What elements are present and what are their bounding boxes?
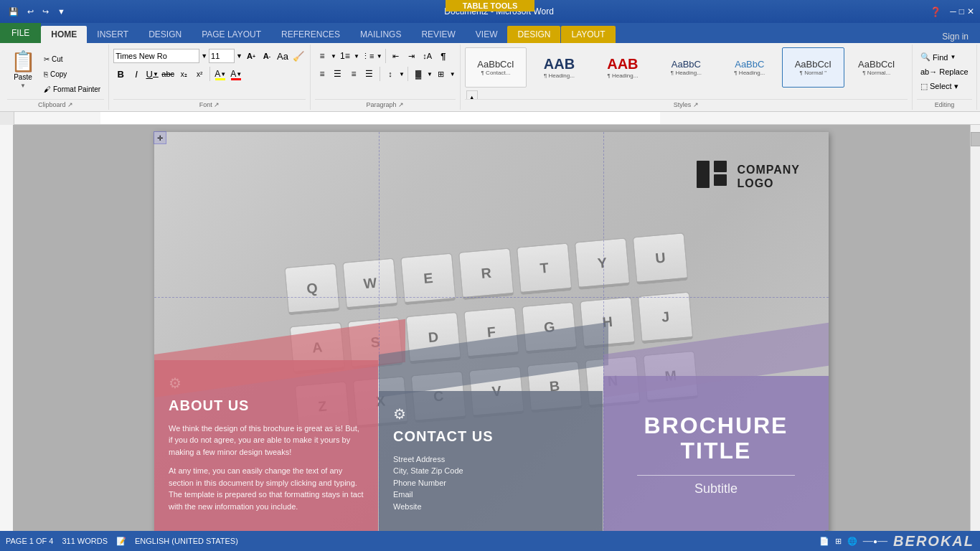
spell-check-icon[interactable]: 📝: [116, 537, 126, 546]
shading-btn[interactable]: ▓: [411, 67, 425, 81]
restore-btn[interactable]: □: [959, 6, 964, 17]
tab-home[interactable]: HOME: [41, 26, 87, 43]
numbering-btn[interactable]: 1≡: [338, 49, 352, 63]
line-spacing-btn[interactable]: ↕: [383, 67, 397, 81]
increase-font-btn[interactable]: A+: [244, 49, 258, 63]
tab-view[interactable]: VIEW: [466, 26, 508, 43]
superscript-btn[interactable]: x²: [192, 67, 207, 81]
underline-btn[interactable]: U▼: [145, 67, 159, 81]
multilevel-btn[interactable]: ⋮≡: [361, 49, 375, 63]
tab-review[interactable]: REVIEW: [411, 26, 465, 43]
numbering-dropdown[interactable]: ▼: [354, 53, 359, 60]
styles-scroll-up[interactable]: ▲: [466, 90, 478, 99]
tab-design[interactable]: DESIGN: [138, 26, 192, 43]
find-button[interactable]: 🔍 Find ▼: [917, 50, 972, 64]
font-name-input[interactable]: [113, 49, 199, 63]
align-justify-btn[interactable]: ☰: [362, 67, 377, 81]
multilevel-dropdown[interactable]: ▼: [377, 53, 382, 60]
font-expand[interactable]: ↗: [214, 101, 220, 108]
clipboard-label: Clipboard ↗: [7, 99, 104, 108]
borders-btn[interactable]: ⊞: [434, 67, 448, 81]
redo-icon[interactable]: ↪: [39, 6, 52, 18]
tab-insert[interactable]: INSERT: [87, 26, 138, 43]
subscript-btn[interactable]: x₂: [176, 67, 191, 81]
tab-table-design[interactable]: DESIGN: [507, 26, 560, 43]
table-resize-handle[interactable]: [825, 530, 829, 531]
borders-dropdown[interactable]: ▼: [450, 71, 456, 77]
select-button[interactable]: ⬚ Select ▾: [917, 80, 972, 93]
paragraph-expand[interactable]: ↗: [398, 101, 404, 108]
quick-access-dropdown[interactable]: ▼: [55, 6, 68, 17]
style-contact[interactable]: AaBbCcI ¶ Contact...: [465, 47, 527, 88]
bullets-dropdown[interactable]: ▼: [331, 53, 336, 60]
quick-access-toolbar[interactable]: 💾 ↩ ↪ ▼: [6, 6, 68, 18]
save-icon[interactable]: 💾: [6, 6, 22, 18]
replace-icon: ab→: [920, 67, 937, 76]
tab-mailings[interactable]: MAILINGS: [350, 26, 411, 43]
vertical-scrollbar[interactable]: [970, 125, 980, 531]
style-normal2[interactable]: AaBbCcI ¶ Normal...: [846, 47, 908, 88]
font-size-dropdown[interactable]: ▼: [236, 52, 242, 60]
document-scroll[interactable]: ✛ Q W E R T Y U: [13, 125, 970, 531]
sign-in-button[interactable]: Sign in: [936, 30, 974, 43]
view-fullscreen-icon[interactable]: ⊞: [835, 537, 842, 546]
tab-page-layout[interactable]: PAGE LAYOUT: [192, 26, 271, 43]
clipboard-expand[interactable]: ↗: [67, 101, 73, 108]
style-heading3[interactable]: AaBbC ¶ Heading...: [655, 47, 717, 88]
styles-expand-btn[interactable]: ↗: [693, 101, 699, 108]
ruler-corner[interactable]: [0, 112, 14, 125]
paste-label: Paste: [14, 73, 32, 81]
align-right-btn[interactable]: ≡: [347, 67, 361, 81]
format-painter-label: Format Painter: [53, 85, 100, 93]
style-heading1[interactable]: AAB ¶ Heading...: [528, 47, 590, 88]
scrollbar-thumb[interactable]: [971, 132, 980, 146]
font-name-dropdown[interactable]: ▼: [201, 52, 207, 60]
table-move-handle[interactable]: ✛: [154, 131, 166, 144]
brochure-title-panel[interactable]: BROCHURE TITLE Subtitle: [603, 376, 829, 531]
view-web-icon[interactable]: 🌐: [847, 537, 857, 546]
window-controls[interactable]: ❓ ─ □ ✕: [930, 6, 974, 17]
style-normal[interactable]: AaBbCcI ¶ Normal ": [782, 47, 844, 88]
change-case-btn[interactable]: Aa: [275, 49, 290, 63]
show-para-btn[interactable]: ¶: [436, 49, 451, 63]
tab-table-layout[interactable]: LAYOUT: [561, 26, 615, 43]
tab-references[interactable]: REFERENCES: [271, 26, 350, 43]
decrease-font-btn[interactable]: A-: [260, 49, 274, 63]
contact-us-panel[interactable]: ⚙ CONTACT US Street Address City, State …: [379, 391, 603, 532]
italic-btn[interactable]: I: [129, 67, 143, 81]
close-btn[interactable]: ✕: [967, 6, 974, 17]
help-icon[interactable]: ❓: [930, 6, 941, 17]
decrease-indent-btn[interactable]: ⇤: [389, 49, 403, 63]
replace-button[interactable]: ab→ Replace: [917, 65, 972, 78]
style-heading2[interactable]: AAB ¶ Heading...: [592, 47, 654, 88]
line-spacing-dropdown[interactable]: ▼: [399, 71, 405, 77]
zoom-slider[interactable]: ──●──: [863, 537, 887, 545]
format-painter-button[interactable]: 🖌 Format Painter: [40, 82, 104, 96]
text-highlight-btn[interactable]: A ▼: [213, 67, 227, 81]
clear-format-btn[interactable]: 🧹: [291, 49, 306, 63]
font-size-input[interactable]: [209, 49, 235, 63]
align-center-btn[interactable]: ☰: [331, 67, 345, 81]
strikethrough-btn[interactable]: abc: [161, 67, 175, 81]
cut-button[interactable]: ✂ Cut: [40, 52, 104, 66]
font-group: ▼ ▼ A+ A- Aa 🧹 B I U▼ abc x₂ x² A ▼: [109, 44, 311, 110]
minimize-btn[interactable]: ─: [950, 6, 956, 17]
bold-btn[interactable]: B: [113, 67, 128, 81]
view-print-icon[interactable]: 📄: [819, 537, 829, 546]
increase-indent-btn[interactable]: ⇥: [405, 49, 419, 63]
align-left-btn[interactable]: ≡: [315, 67, 329, 81]
copy-icon: ⎘: [44, 70, 48, 78]
bullets-btn[interactable]: ≡: [315, 49, 329, 63]
paste-button[interactable]: 📋 Paste ▼: [7, 49, 39, 92]
styles-scroll[interactable]: ▲ ▼ ≡: [465, 89, 527, 99]
shading-dropdown[interactable]: ▼: [427, 71, 433, 77]
find-dropdown[interactable]: ▼: [950, 54, 956, 60]
undo-icon[interactable]: ↩: [24, 6, 37, 18]
tab-file[interactable]: FILE: [0, 23, 41, 43]
sort-btn[interactable]: ↕A: [420, 49, 435, 63]
ribbon-tabs: FILE HOME INSERT DESIGN PAGE LAYOUT REFE…: [0, 23, 980, 43]
copy-button[interactable]: ⎘ Copy: [40, 67, 104, 81]
font-color-btn[interactable]: A ▼: [229, 67, 243, 81]
style-heading4[interactable]: AaBbC ¶ Heading...: [719, 47, 781, 88]
style-heading3-preview: AaBbC: [672, 59, 701, 70]
